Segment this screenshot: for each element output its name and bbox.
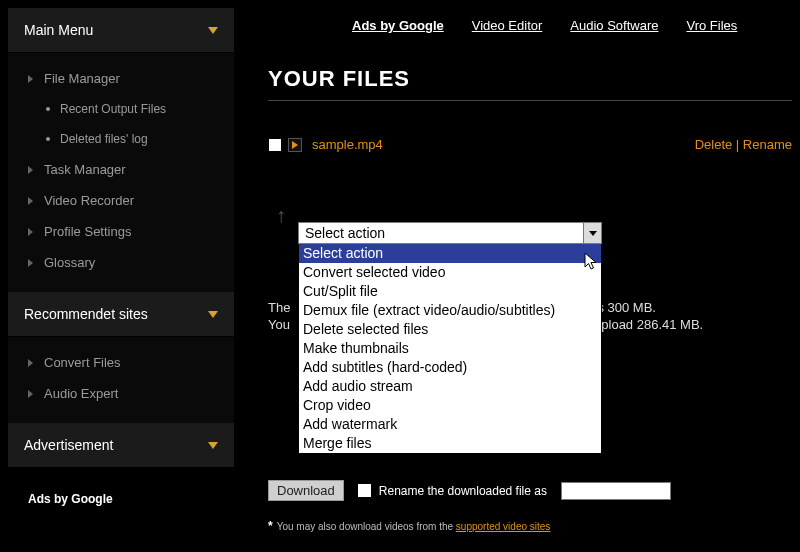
rename-downloaded-checkbox[interactable] [358, 484, 371, 497]
chevron-down-icon [208, 442, 218, 449]
main-menu-block: File Manager Recent Output Files Deleted… [8, 53, 234, 292]
advertisement-header[interactable]: Advertisement [8, 423, 234, 468]
separator: | [732, 137, 743, 152]
menu-item-video-recorder[interactable]: Video Recorder [14, 185, 228, 216]
ads-by-google-small: Ads by Google [8, 492, 234, 506]
action-option[interactable]: Cut/Split file [299, 282, 601, 301]
supported-video-sites-link[interactable]: supported video sites [456, 521, 551, 532]
sidebar: Main Menu File Manager Recent Output Fil… [8, 8, 234, 506]
info-line-2-prefix: You [268, 317, 290, 332]
rename-downloaded-label: Rename the downloaded file as [379, 484, 547, 498]
rename-downloaded-input[interactable] [561, 482, 671, 500]
play-icon[interactable] [288, 138, 302, 152]
menu-item-deleted-log[interactable]: Deleted files' log [14, 124, 228, 154]
download-button[interactable]: Download [268, 480, 344, 501]
main-menu-title: Main Menu [24, 22, 93, 38]
topnav-ads-by-google[interactable]: Ads by Google [352, 18, 444, 33]
menu-label: Task Manager [44, 162, 126, 177]
action-option[interactable]: Select action [299, 244, 601, 263]
file-checkbox[interactable] [268, 138, 282, 152]
menu-label: Recent Output Files [60, 102, 166, 116]
menu-item-convert-files[interactable]: Convert Files [14, 347, 228, 378]
download-row: Download Rename the downloaded file as [268, 480, 792, 501]
menu-label: Convert Files [44, 355, 121, 370]
advertisement-title: Advertisement [24, 437, 113, 453]
dropdown-button[interactable] [583, 223, 601, 243]
menu-item-task-manager[interactable]: Task Manager [14, 154, 228, 185]
action-dropdown-display[interactable]: Select action [298, 222, 602, 244]
menu-label: File Manager [44, 71, 120, 86]
arrow-right-icon [28, 197, 33, 205]
menu-label: Glossary [44, 255, 95, 270]
topnav-vro-files[interactable]: Vro Files [687, 18, 738, 33]
bullet-icon [46, 137, 50, 141]
action-option[interactable]: Add subtitles (hard-coded) [299, 358, 601, 377]
menu-label: Profile Settings [44, 224, 131, 239]
delete-link[interactable]: Delete [695, 137, 733, 152]
menu-item-file-manager[interactable]: File Manager [14, 63, 228, 94]
action-option[interactable]: Delete selected files [299, 320, 601, 339]
topnav-video-editor[interactable]: Video Editor [472, 18, 543, 33]
action-option[interactable]: Add watermark [299, 415, 601, 434]
chevron-down-icon [208, 27, 218, 34]
arrow-right-icon [28, 75, 33, 83]
arrow-right-icon [28, 166, 33, 174]
menu-item-glossary[interactable]: Glossary [14, 247, 228, 278]
top-nav: Ads by Google Video Editor Audio Softwar… [352, 18, 737, 33]
asterisk-icon: * [268, 519, 273, 533]
arrow-right-icon [28, 359, 33, 367]
file-actions: Delete | Rename [695, 137, 792, 152]
topnav-audio-software[interactable]: Audio Software [570, 18, 658, 33]
action-dropdown-display-text: Select action [305, 225, 385, 241]
action-option[interactable]: Make thumbnails [299, 339, 601, 358]
menu-label: Audio Expert [44, 386, 118, 401]
recommended-sites-title: Recommendet sites [24, 306, 148, 322]
chevron-down-icon [208, 311, 218, 318]
info-line-1-prefix: The [268, 300, 290, 315]
menu-item-profile-settings[interactable]: Profile Settings [14, 216, 228, 247]
action-option[interactable]: Add audio stream [299, 377, 601, 396]
action-dropdown-list: Select actionConvert selected videoCut/S… [298, 244, 602, 454]
footnote: *You may also download videos from the s… [268, 519, 792, 533]
main-menu-header[interactable]: Main Menu [8, 8, 234, 53]
action-dropdown[interactable]: Select action Select actionConvert selec… [298, 222, 602, 454]
menu-item-audio-expert[interactable]: Audio Expert [14, 378, 228, 409]
action-option[interactable]: Demux file (extract video/audio/subtitle… [299, 301, 601, 320]
chevron-down-icon [589, 231, 597, 236]
file-row: sample.mp4 Delete | Rename [268, 137, 792, 152]
arrow-right-icon [28, 228, 33, 236]
menu-label: Deleted files' log [60, 132, 148, 146]
file-name[interactable]: sample.mp4 [312, 137, 383, 152]
arrow-up-icon: ↑ [276, 204, 286, 227]
menu-item-recent-output[interactable]: Recent Output Files [14, 94, 228, 124]
arrow-right-icon [28, 259, 33, 267]
action-option[interactable]: Crop video [299, 396, 601, 415]
action-option[interactable]: Convert selected video [299, 263, 601, 282]
rename-link[interactable]: Rename [743, 137, 792, 152]
recommended-sites-block: Convert Files Audio Expert [8, 337, 234, 423]
page-title: YOUR FILES [268, 66, 792, 101]
menu-label: Video Recorder [44, 193, 134, 208]
action-option[interactable]: Merge files [299, 434, 601, 453]
recommended-sites-header[interactable]: Recommendet sites [8, 292, 234, 337]
arrow-right-icon [28, 390, 33, 398]
bullet-icon [46, 107, 50, 111]
footnote-text: You may also download videos from the [277, 521, 456, 532]
